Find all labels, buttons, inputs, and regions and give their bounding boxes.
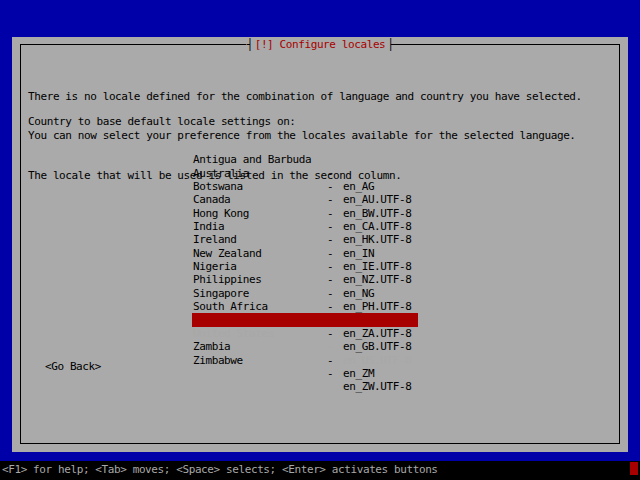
configure-locales-dialog: ┤[!] Configure locales├ There is no loca… bbox=[12, 37, 628, 452]
locale-code: en_ZW.UTF-8 bbox=[343, 380, 411, 393]
locale-option[interactable]: United Kingdom - en_GB.UTF-8 bbox=[192, 300, 418, 313]
locale-option[interactable]: Zimbabwe - en_ZW.UTF-8 bbox=[192, 340, 418, 353]
locale-option[interactable]: Singapore - en_SG.UTF-8 bbox=[192, 273, 418, 286]
title-connector-left: ┤ bbox=[246, 38, 252, 51]
terminal-cursor-block bbox=[630, 462, 638, 475]
help-bar: <F1> for help; <Tab> moves; <Space> sele… bbox=[0, 461, 640, 480]
help-bar-text: <F1> for help; <Tab> moves; <Space> sele… bbox=[2, 463, 438, 476]
locale-option[interactable]: United States - en_US.UTF-8 bbox=[192, 313, 418, 326]
description-line: There is no locale defined for the combi… bbox=[28, 90, 582, 103]
dialog-title-bar: ┤[!] Configure locales├ bbox=[12, 38, 628, 51]
locale-option[interactable]: Zambia - en_ZM bbox=[192, 327, 418, 340]
locale-option[interactable]: New Zealand - en_NZ.UTF-8 bbox=[192, 233, 418, 246]
locale-option[interactable]: Antigua and Barbuda - en_AG bbox=[192, 140, 418, 153]
go-back-button[interactable]: <Go Back> bbox=[45, 360, 101, 373]
country-name: Zimbabwe bbox=[193, 354, 243, 367]
locale-option[interactable]: Australia - en_AU.UTF-8 bbox=[192, 153, 418, 166]
locale-option[interactable]: South Africa - en_ZA.UTF-8 bbox=[192, 287, 418, 300]
separator-dash: - bbox=[327, 354, 333, 367]
dialog-title: [!] Configure locales bbox=[253, 38, 388, 51]
title-connector-right: ├ bbox=[387, 38, 393, 51]
locale-prompt-label: Country to base default locale settings … bbox=[28, 115, 296, 128]
locale-option[interactable]: Botswana - en_BW.UTF-8 bbox=[192, 167, 418, 180]
separator-dash: - bbox=[327, 367, 333, 380]
locale-option[interactable]: Philippines - en_PH.UTF-8 bbox=[192, 260, 418, 273]
locale-option[interactable]: Nigeria - en_NG bbox=[192, 247, 418, 260]
locale-code: en_US.UTF-8 bbox=[343, 354, 411, 367]
locale-option[interactable]: Ireland - en_IE.UTF-8 bbox=[192, 220, 418, 233]
locale-list: Antigua and Barbuda - en_AG Australia - … bbox=[192, 140, 418, 354]
locale-option[interactable]: Canada - en_CA.UTF-8 bbox=[192, 180, 418, 193]
locale-code: en_ZM bbox=[343, 367, 374, 380]
locale-option[interactable]: India - en_IN bbox=[192, 207, 418, 220]
locale-option[interactable]: Hong Kong - en_HK.UTF-8 bbox=[192, 193, 418, 206]
